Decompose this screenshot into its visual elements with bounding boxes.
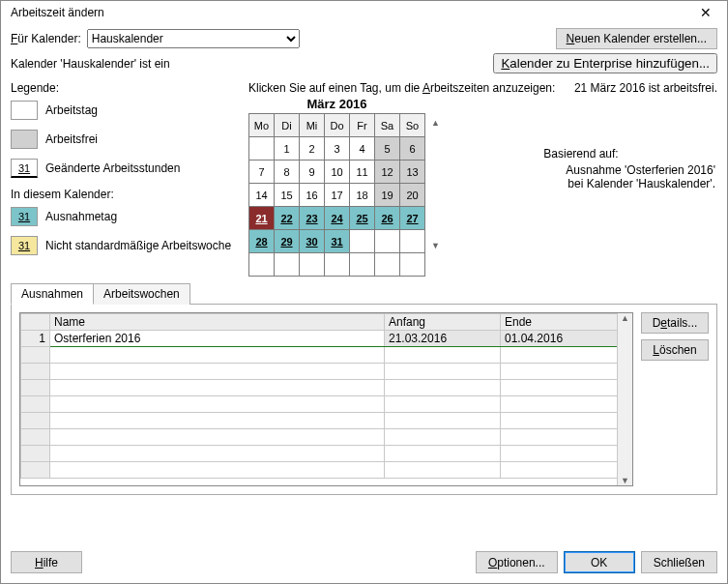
cal-day-cell[interactable]: 15 (275, 184, 300, 207)
cal-day-cell[interactable]: 29 (275, 230, 300, 253)
cal-day-cell[interactable]: 21 (249, 207, 275, 230)
cal-day-cell[interactable]: 8 (275, 161, 300, 184)
cell-end[interactable] (501, 446, 632, 462)
cal-day-cell (249, 137, 275, 161)
grid-header[interactable]: Anfang (385, 314, 501, 331)
close-button[interactable]: Schließen (641, 551, 717, 573)
cal-day-cell[interactable]: 27 (400, 207, 425, 230)
grid-header[interactable] (21, 314, 50, 331)
for-calendar-label: Für Kalender: (11, 32, 81, 45)
scroll-up-icon[interactable]: ▲ (621, 313, 629, 323)
cell-start[interactable] (385, 429, 501, 446)
cell-name[interactable] (50, 364, 385, 380)
scroll-up-icon[interactable]: ▲ (431, 118, 440, 128)
cell-name[interactable] (50, 380, 385, 396)
cal-day-cell[interactable]: 19 (375, 184, 400, 207)
row-index[interactable]: 1 (21, 331, 50, 347)
calendar-grid[interactable]: MoDiMiDoFrSaSo12345678910111213141516171… (248, 113, 425, 277)
cal-day-cell[interactable]: 20 (400, 184, 425, 207)
cell-name[interactable] (50, 462, 385, 479)
row-index[interactable] (21, 462, 50, 479)
new-calendar-button[interactable]: Neuen Kalender erstellen... (556, 28, 717, 49)
cal-day-cell[interactable]: 9 (300, 161, 325, 184)
cell-name[interactable] (50, 396, 385, 413)
cell-end[interactable] (501, 380, 632, 396)
cell-start[interactable] (385, 446, 501, 462)
cal-day-cell[interactable]: 22 (275, 207, 300, 230)
cal-day-cell[interactable]: 24 (325, 207, 350, 230)
cal-day-cell[interactable]: 7 (249, 161, 275, 184)
cell-end[interactable] (501, 429, 632, 446)
cell-start[interactable] (385, 380, 501, 396)
details-button[interactable]: Details... (641, 312, 709, 334)
cell-name[interactable] (50, 413, 385, 429)
swatch-nonstd: 31 (11, 236, 38, 255)
row-index[interactable] (21, 429, 50, 446)
cell-name[interactable] (50, 429, 385, 446)
cell-name[interactable] (50, 446, 385, 462)
grid-side-buttons: Details... Löschen (641, 312, 709, 486)
cal-day-cell[interactable]: 12 (375, 161, 400, 184)
cal-day-cell[interactable]: 14 (249, 184, 275, 207)
cal-day-cell[interactable]: 30 (300, 230, 325, 253)
add-to-enterprise-button[interactable]: Kalender zu Enterprise hinzufügen... (493, 53, 717, 73)
cal-day-cell[interactable]: 4 (350, 137, 375, 161)
selected-day-status: 21 März 2016 ist arbeitsfrei. (574, 81, 717, 97)
row-index[interactable] (21, 396, 50, 413)
row-index[interactable] (21, 413, 50, 429)
cal-day-cell[interactable]: 2 (300, 137, 325, 161)
calendar-scrollbar[interactable]: ▲ ▼ (431, 118, 440, 250)
cell-end[interactable] (501, 396, 632, 413)
cal-day-cell[interactable]: 25 (350, 207, 375, 230)
delete-button[interactable]: Löschen (641, 339, 709, 361)
grid-header[interactable]: Ende (501, 314, 632, 331)
close-icon[interactable]: ✕ (692, 5, 719, 20)
tab-exceptions[interactable]: Ausnahmen (11, 283, 94, 305)
row-index[interactable] (21, 347, 50, 364)
ok-button[interactable]: OK (564, 551, 635, 573)
row-index[interactable] (21, 364, 50, 380)
cell-start[interactable] (385, 413, 501, 429)
options-button[interactable]: Optionen... (476, 551, 558, 573)
grid-scrollbar[interactable]: ▲ ▼ (617, 313, 632, 485)
cal-day-cell[interactable]: 28 (249, 230, 275, 253)
cell-start[interactable] (385, 364, 501, 380)
row-index[interactable] (21, 380, 50, 396)
cell-start[interactable]: 21.03.2016 (385, 331, 501, 347)
cell-name[interactable]: Osterferien 2016 (50, 331, 385, 347)
cal-day-cell[interactable]: 10 (325, 161, 350, 184)
cal-day-cell[interactable]: 1 (275, 137, 300, 161)
cell-end[interactable]: 01.04.2016 (501, 331, 632, 347)
cal-day-cell[interactable]: 3 (325, 137, 350, 161)
cell-start[interactable] (385, 396, 501, 413)
exceptions-grid[interactable]: NameAnfangEnde1Osterferien 201621.03.201… (20, 313, 632, 479)
cal-day-cell[interactable]: 26 (375, 207, 400, 230)
cal-day-cell (350, 230, 375, 253)
cal-day-cell[interactable]: 31 (325, 230, 350, 253)
calendar-select[interactable]: Hauskalender (87, 29, 300, 48)
cal-day-cell[interactable]: 23 (300, 207, 325, 230)
help-button[interactable]: Hilfe (11, 551, 82, 573)
cal-day-cell[interactable]: 16 (300, 184, 325, 207)
cal-day-cell[interactable]: 17 (325, 184, 350, 207)
cal-day-cell[interactable]: 13 (400, 161, 425, 184)
sub-row: Kalender 'Hauskalender' ist ein Kalender… (11, 53, 717, 73)
cell-name[interactable] (50, 347, 385, 364)
cal-day-cell[interactable]: 18 (350, 184, 375, 207)
cell-start[interactable] (385, 462, 501, 479)
cell-end[interactable] (501, 462, 632, 479)
month-calendar[interactable]: März 2016 MoDiMiDoFrSaSo1234567891011121… (248, 97, 425, 277)
cell-end[interactable] (501, 364, 632, 380)
scroll-down-icon[interactable]: ▼ (621, 476, 629, 485)
tab-workweeks[interactable]: Arbeitswochen (94, 283, 190, 305)
cal-day-cell[interactable]: 6 (400, 137, 425, 161)
cell-end[interactable] (501, 413, 632, 429)
swatch-edited: 31 (11, 159, 38, 178)
scroll-down-icon[interactable]: ▼ (431, 241, 440, 250)
cal-day-cell[interactable]: 5 (375, 137, 400, 161)
grid-header[interactable]: Name (50, 314, 385, 331)
row-index[interactable] (21, 446, 50, 462)
cal-day-cell[interactable]: 11 (350, 161, 375, 184)
cell-end[interactable] (501, 347, 632, 364)
cell-start[interactable] (385, 347, 501, 364)
